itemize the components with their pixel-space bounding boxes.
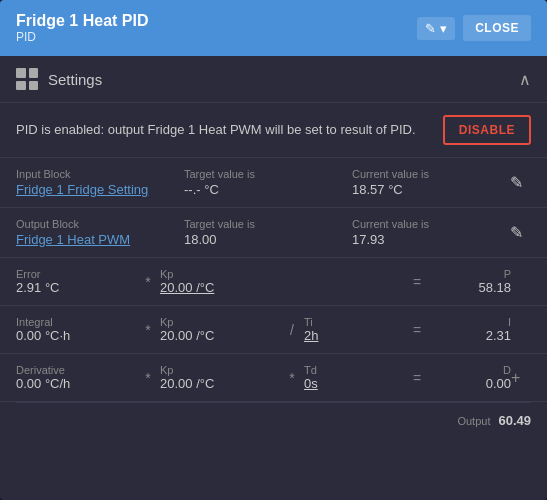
settings-label: Settings xyxy=(48,71,102,88)
output-current-value: 17.93 xyxy=(352,232,493,247)
dropdown-icon: ▾ xyxy=(440,21,447,36)
output-target-field: Target value is 18.00 xyxy=(184,218,344,247)
modal-subtitle: PID xyxy=(16,30,148,44)
input-current-value: 18.57 °C xyxy=(352,182,493,197)
pid-info-row: PID is enabled: output Fridge 1 Heat PWM… xyxy=(0,103,547,158)
integral-result-value: 2.31 xyxy=(431,328,511,343)
derivative-td-label: Td xyxy=(304,364,403,376)
integral-eq: = xyxy=(403,322,431,338)
edit-button[interactable]: ✎ ▾ xyxy=(417,17,455,40)
close-button[interactable]: CLOSE xyxy=(463,15,531,41)
derivative-td-field: Td 0s xyxy=(304,364,403,391)
input-block-link[interactable]: Fridge 1 Fridge Setting xyxy=(16,182,176,197)
derivative-kp-label: Kp xyxy=(160,364,280,376)
output-block-field: Output Block Fridge 1 Heat PWM xyxy=(16,218,176,247)
input-edit-button[interactable]: ✎ xyxy=(501,171,531,194)
derivative-label: Derivative xyxy=(16,364,136,376)
integral-kp-label: Kp xyxy=(160,316,280,328)
output-block-label: Output Block xyxy=(16,218,176,230)
derivative-kp-value: 20.00 /°C xyxy=(160,376,280,391)
modal-header: Fridge 1 Heat PID PID ✎ ▾ CLOSE xyxy=(0,0,547,56)
output-label: Output xyxy=(457,415,490,427)
input-target-label: Target value is xyxy=(184,168,344,180)
derivative-eq: = xyxy=(403,370,431,386)
error-field: Error 2.91 °C xyxy=(16,268,136,295)
input-current-field: Current value is 18.57 °C xyxy=(352,168,493,197)
input-block-label: Input Block xyxy=(16,168,176,180)
calc-rows: Error 2.91 °C * Kp 20.00 /°C = P 58.18 xyxy=(0,258,547,438)
derivative-result: D 0.00 xyxy=(431,364,511,391)
modal: Fridge 1 Heat PID PID ✎ ▾ CLOSE Settings… xyxy=(0,0,547,500)
integral-result-label: I xyxy=(431,316,511,328)
settings-section: Settings ∧ PID is enabled: output Fridge… xyxy=(0,56,547,438)
modal-title: Fridge 1 Heat PID xyxy=(16,12,148,30)
derivative-result-label: D xyxy=(431,364,511,376)
output-block-link[interactable]: Fridge 1 Heat PWM xyxy=(16,232,176,247)
integral-kp-value: 20.00 /°C xyxy=(160,328,280,343)
integral-label: Integral xyxy=(16,316,136,328)
error-row: Error 2.91 °C * Kp 20.00 /°C = P 58.18 xyxy=(0,258,547,306)
pid-info-text: PID is enabled: output Fridge 1 Heat PWM… xyxy=(16,121,427,139)
derivative-field: Derivative 0.00 °C/h xyxy=(16,364,136,391)
integral-ti-label: Ti xyxy=(304,316,403,328)
output-target-label: Target value is xyxy=(184,218,344,230)
error-kp-label: Kp xyxy=(160,268,280,280)
error-label: Error xyxy=(16,268,136,280)
derivative-op: * xyxy=(136,370,160,386)
output-current-field: Current value is 17.93 xyxy=(352,218,493,247)
output-current-label: Current value is xyxy=(352,218,493,230)
integral-result: I 2.31 xyxy=(431,316,511,343)
input-block-field: Input Block Fridge 1 Fridge Setting xyxy=(16,168,176,197)
output-value: 60.49 xyxy=(498,413,531,428)
pencil-icon: ✎ xyxy=(425,21,436,36)
derivative-value: 0.00 °C/h xyxy=(16,376,136,391)
input-target-field: Target value is --.- °C xyxy=(184,168,344,197)
output-edit-button[interactable]: ✎ xyxy=(501,221,531,244)
derivative-kp-field: Kp 20.00 /°C xyxy=(160,364,280,391)
error-kp-field: Kp 20.00 /°C xyxy=(160,268,280,295)
output-target-value: 18.00 xyxy=(184,232,344,247)
integral-op: * xyxy=(136,322,160,338)
error-kp-value[interactable]: 20.00 /°C xyxy=(160,280,280,295)
derivative-plus: + xyxy=(511,369,531,387)
error-result: P 58.18 xyxy=(431,268,511,295)
integral-value: 0.00 °C·h xyxy=(16,328,136,343)
input-current-label: Current value is xyxy=(352,168,493,180)
settings-header-left: Settings xyxy=(16,68,102,90)
error-eq: = xyxy=(403,274,431,290)
settings-header: Settings ∧ xyxy=(0,56,547,103)
integral-ti-field: Ti 2h xyxy=(304,316,403,343)
output-block-row: Output Block Fridge 1 Heat PWM Target va… xyxy=(0,208,547,258)
chevron-up-icon[interactable]: ∧ xyxy=(519,70,531,89)
error-result-label: P xyxy=(431,268,511,280)
error-op: * xyxy=(136,274,160,290)
header-right: ✎ ▾ CLOSE xyxy=(417,15,531,41)
error-value: 2.91 °C xyxy=(16,280,136,295)
modal-body: Settings ∧ PID is enabled: output Fridge… xyxy=(0,56,547,500)
input-block-row: Input Block Fridge 1 Fridge Setting Targ… xyxy=(0,158,547,208)
derivative-td-value[interactable]: 0s xyxy=(304,376,403,391)
integral-div: / xyxy=(280,322,304,338)
input-target-value: --.- °C xyxy=(184,182,344,197)
header-left: Fridge 1 Heat PID PID xyxy=(16,12,148,44)
derivative-mul: * xyxy=(280,370,304,386)
integral-field: Integral 0.00 °C·h xyxy=(16,316,136,343)
output-row: Output 60.49 xyxy=(0,403,547,438)
error-result-value: 58.18 xyxy=(431,280,511,295)
disable-button[interactable]: DISABLE xyxy=(443,115,531,145)
derivative-result-value: 0.00 xyxy=(431,376,511,391)
integral-kp-field: Kp 20.00 /°C xyxy=(160,316,280,343)
integral-ti-value[interactable]: 2h xyxy=(304,328,403,343)
grid-icon xyxy=(16,68,38,90)
derivative-row: Derivative 0.00 °C/h * Kp 20.00 /°C * Td… xyxy=(0,354,547,402)
integral-row: Integral 0.00 °C·h * Kp 20.00 /°C / Ti 2… xyxy=(0,306,547,354)
